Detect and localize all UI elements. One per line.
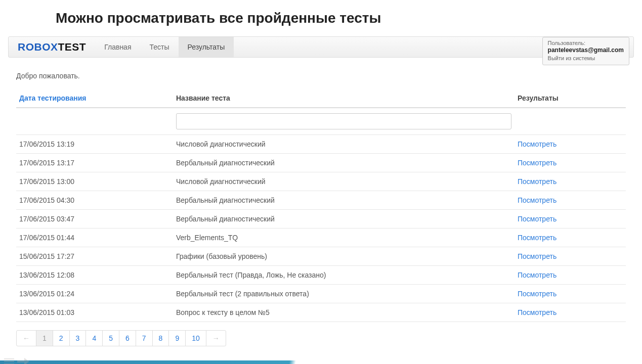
table-row: 17/06/2015 13:19Числовой диагностический… [16, 135, 626, 154]
nav-item-1[interactable]: Тесты [140, 37, 178, 57]
view-link[interactable]: Посмотреть [518, 159, 557, 167]
page-4[interactable]: 4 [85, 330, 103, 346]
cell-date: 17/06/2015 03:47 [16, 210, 173, 229]
logo-part1: ROBOX [18, 41, 58, 53]
nav-item-0[interactable]: Главная [95, 37, 140, 57]
header-results: Результаты [515, 89, 626, 108]
user-panel: Пользователь: panteleevstas@gmail.com Вы… [542, 37, 629, 65]
view-link[interactable]: Посмотреть [518, 196, 557, 204]
name-filter-input[interactable] [176, 113, 511, 129]
page-3[interactable]: 3 [69, 330, 87, 346]
cell-name: Вербальный диагностический [173, 191, 515, 210]
view-link[interactable]: Посмотреть [518, 252, 557, 260]
cell-date: 13/06/2015 01:24 [16, 285, 173, 303]
svg-rect-1 [4, 361, 14, 362]
table-row: 17/06/2015 03:47Вербальный диагностическ… [16, 210, 626, 229]
table-row: 17/06/2015 13:17Вербальный диагностическ… [16, 154, 626, 172]
header-date[interactable]: Дата тестирования [16, 89, 173, 108]
filter-row [16, 108, 626, 135]
cell-name: Verb_Elements_TQ [173, 229, 515, 247]
table-row: 17/06/2015 04:30Вербальный диагностическ… [16, 191, 626, 210]
table-row: 13/06/2015 01:03Вопрос к тексту в целом … [16, 303, 626, 322]
cell-date: 17/06/2015 04:30 [16, 191, 173, 210]
bottom-decoration [0, 360, 642, 364]
arrow-right-icon [17, 357, 29, 364]
page-2[interactable]: 2 [53, 330, 70, 346]
page-9[interactable]: 9 [168, 330, 186, 346]
cell-date: 17/06/2015 13:00 [16, 172, 173, 191]
cell-date: 13/06/2015 12:08 [16, 266, 173, 285]
view-link[interactable]: Посмотреть [518, 234, 557, 242]
pagination: ←12345678910→ [16, 330, 626, 346]
table-row: 13/06/2015 01:24Вербальный тест (2 прави… [16, 285, 626, 303]
svg-rect-3 [17, 360, 24, 362]
cell-date: 13/06/2015 01:03 [16, 303, 173, 322]
logo-part2: TEST [58, 41, 87, 53]
table-row: 17/06/2015 01:44Verb_Elements_TQПосмотре… [16, 229, 626, 247]
cell-name: Вербальный диагностический [173, 210, 515, 229]
page-10[interactable]: 10 [185, 330, 206, 346]
nav-items: ГлавнаяТестыРезультаты [95, 37, 234, 57]
page-prev[interactable]: ← [16, 330, 36, 346]
cell-name: Вербальный тест (2 правильных ответа) [173, 285, 515, 303]
page-8[interactable]: 8 [152, 330, 169, 346]
cell-date: 17/06/2015 01:44 [16, 229, 173, 247]
nav-item-2[interactable]: Результаты [179, 37, 234, 57]
svg-marker-4 [24, 358, 29, 364]
table-row: 13/06/2015 12:08Вербальный тест (Правда,… [16, 266, 626, 285]
cell-date: 17/06/2015 13:17 [16, 154, 173, 172]
cell-name: Вербальный диагностический [173, 154, 515, 172]
page-next[interactable]: → [206, 330, 226, 346]
view-link[interactable]: Посмотреть [518, 177, 557, 186]
user-label: Пользователь: [548, 39, 624, 47]
cell-name: Вопрос к тексту в целом №5 [173, 303, 515, 322]
view-link[interactable]: Посмотреть [518, 308, 557, 316]
content-area: Добро пожаловать. Дата тестирования Назв… [0, 58, 642, 353]
page-7[interactable]: 7 [136, 330, 153, 346]
cell-name: Графики (базовый уровень) [173, 247, 515, 266]
table-row: 17/06/2015 13:00Числовой диагностический… [16, 172, 626, 191]
user-email: panteleevstas@gmail.com [548, 47, 624, 55]
navbar: ROBOXTEST ГлавнаяТестыРезультаты Пользов… [8, 36, 634, 58]
svg-rect-0 [4, 358, 14, 359]
page-5[interactable]: 5 [102, 330, 119, 346]
header-name: Название теста [173, 89, 515, 108]
page-heading: Можно просматривать все пройденные тесты [0, 0, 642, 36]
cell-date: 15/06/2015 17:27 [16, 247, 173, 266]
view-link[interactable]: Посмотреть [518, 140, 557, 148]
cell-name: Числовой диагностический [173, 172, 515, 191]
cell-date: 17/06/2015 13:19 [16, 135, 173, 154]
page-1[interactable]: 1 [36, 330, 53, 346]
logo[interactable]: ROBOXTEST [9, 41, 95, 53]
page-6[interactable]: 6 [119, 330, 136, 346]
cell-name: Числовой диагностический [173, 135, 515, 154]
logout-link[interactable]: Выйти из системы [548, 55, 624, 62]
view-link[interactable]: Посмотреть [518, 271, 557, 279]
cell-name: Вербальный тест (Правда, Ложь, Не сказан… [173, 266, 515, 285]
view-link[interactable]: Посмотреть [518, 290, 557, 298]
list-icon [4, 357, 14, 364]
results-table: Дата тестирования Название теста Результ… [16, 89, 626, 322]
view-link[interactable]: Посмотреть [518, 215, 557, 223]
welcome-text: Добро пожаловать. [16, 65, 626, 89]
table-row: 15/06/2015 17:27Графики (базовый уровень… [16, 247, 626, 266]
